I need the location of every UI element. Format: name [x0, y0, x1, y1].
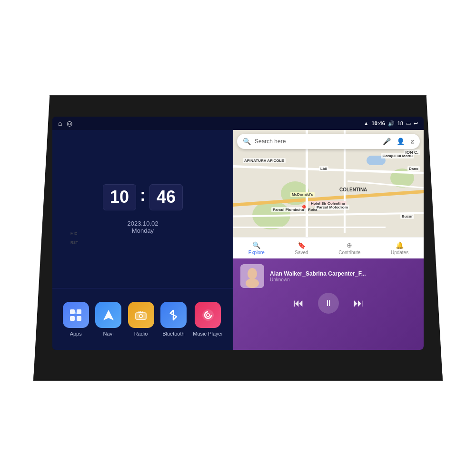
wifi-icon: ▲	[364, 120, 369, 126]
map-label-lidl: Lidl	[319, 166, 328, 171]
map-pin-roka: 📍Roka	[300, 205, 317, 212]
app-item-apps[interactable]: Apps	[63, 302, 89, 337]
map-section[interactable]: APINATURA APICOLE Lidl McDonald's COLENT…	[233, 130, 424, 258]
navi-icon	[95, 302, 121, 328]
track-title: Alan Walker_Sabrina Carpenter_F...	[270, 270, 416, 277]
volume-level: 18	[397, 120, 403, 126]
bt-icon	[160, 302, 187, 328]
window-icon: ▭	[406, 120, 411, 127]
map-label-apinatura: APINATURA APICOLE	[243, 158, 286, 163]
app-item-music[interactable]: Music Player	[193, 302, 223, 337]
svg-text:FM: FM	[139, 309, 142, 312]
status-time: 10:46	[372, 120, 385, 126]
navi-label: Navi	[103, 331, 114, 337]
home-icon[interactable]: ⌂	[58, 119, 62, 127]
track-artist: Unknown	[270, 277, 416, 282]
app-item-radio[interactable]: FM Radio	[128, 302, 154, 337]
car-head-unit: MIC RST ⌂ ◎ ▲ 10:46 🔊 18 ▭ ↩	[33, 95, 443, 381]
music-controls: ⏮ ⏸ ⏭	[240, 293, 416, 314]
app-item-bluetooth[interactable]: Bluetooth	[160, 302, 187, 337]
map-label-ion: ION C.	[404, 149, 420, 155]
left-panel: 10 : 46 2023.10.02 Monday	[52, 130, 233, 350]
track-info: Alan Walker_Sabrina Carpenter_F... Unkno…	[240, 264, 416, 288]
album-art	[240, 264, 264, 288]
app-shortcuts: Apps Navi	[52, 288, 233, 350]
rst-label: RST	[70, 240, 78, 245]
volume-icon: 🔊	[388, 120, 395, 127]
app-item-navi[interactable]: Navi	[95, 302, 121, 337]
clock-date: 2023.10.02 Monday	[127, 220, 158, 234]
main-content: 10 : 46 2023.10.02 Monday	[52, 130, 424, 350]
layers-icon[interactable]: ⧖	[410, 138, 414, 145]
maps-icon[interactable]: ◎	[67, 119, 72, 127]
screen: ⌂ ◎ ▲ 10:46 🔊 18 ▭ ↩ 10 : 46	[52, 117, 424, 350]
music-player: Alan Walker_Sabrina Carpenter_F... Unkno…	[233, 258, 424, 350]
map-label-colentina: COLENTINA	[338, 187, 368, 193]
prev-button[interactable]: ⏮	[293, 297, 304, 309]
map-label-bucur: Bucur	[400, 214, 414, 219]
map-label-dano: Dano	[407, 166, 420, 171]
music-label: Music Player	[193, 331, 223, 337]
clock-minute: 46	[149, 184, 183, 210]
music-icon	[195, 302, 221, 328]
svg-point-16	[248, 268, 257, 279]
track-text: Alan Walker_Sabrina Carpenter_F... Unkno…	[270, 270, 416, 282]
apps-label: Apps	[70, 331, 82, 337]
album-art-inner	[240, 264, 264, 288]
svg-point-17	[246, 278, 259, 288]
map-search-bar[interactable]: 🔍 Search here 🎤 👤 ⧖	[237, 134, 420, 149]
search-placeholder: Search here	[255, 138, 286, 145]
play-pause-button[interactable]: ⏸	[318, 293, 339, 314]
radio-icon: FM	[128, 302, 154, 328]
clock-hour: 10	[103, 184, 136, 210]
clock-sep: :	[140, 185, 146, 205]
clock-display: 10 : 46	[103, 184, 183, 210]
status-bar: ⌂ ◎ ▲ 10:46 🔊 18 ▭ ↩	[52, 117, 424, 130]
bluetooth-label: Bluetooth	[162, 331, 184, 337]
svg-rect-2	[70, 316, 75, 321]
mic-icon[interactable]: 🎤	[383, 138, 391, 145]
back-icon[interactable]: ↩	[414, 120, 418, 127]
clock-section: 10 : 46 2023.10.02 Monday	[52, 130, 233, 288]
map-nav-updates[interactable]: 🔔 Updates	[391, 241, 408, 255]
map-nav-saved[interactable]: 🔖 Saved	[295, 241, 308, 255]
right-panel: APINATURA APICOLE Lidl McDonald's COLENT…	[233, 130, 424, 350]
map-bottom-nav: 🔍 Explore 🔖 Saved ⊕ Contribute	[233, 237, 424, 258]
svg-rect-1	[77, 309, 81, 314]
mic-label: MIC	[70, 231, 78, 236]
map-bg: APINATURA APICOLE Lidl McDonald's COLENT…	[233, 130, 424, 258]
map-nav-explore[interactable]: 🔍 Explore	[248, 241, 265, 255]
account-icon[interactable]: 👤	[397, 138, 405, 145]
radio-label: Radio	[134, 331, 148, 337]
next-button[interactable]: ⏭	[353, 297, 364, 309]
svg-marker-5	[103, 310, 114, 320]
map-nav-contribute[interactable]: ⊕ Contribute	[338, 241, 360, 255]
svg-rect-3	[77, 316, 81, 321]
apps-icon	[63, 302, 89, 328]
map-label-mcdonalds: McDonald's	[290, 192, 315, 197]
svg-rect-0	[70, 309, 75, 314]
svg-point-9	[140, 315, 142, 317]
svg-point-14	[207, 314, 209, 316]
search-icon: 🔍	[243, 138, 251, 145]
map-label-motodrom: Parcul Motodrom	[315, 205, 349, 210]
